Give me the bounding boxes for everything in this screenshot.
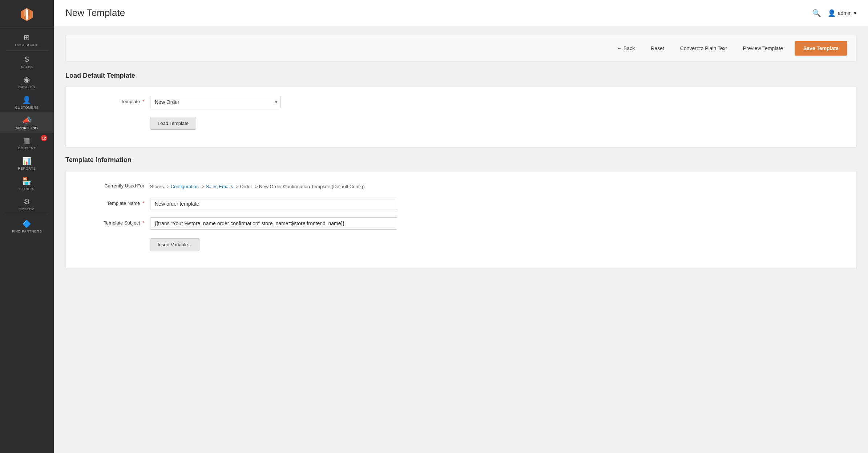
insert-variable-row: Insert Variable... [77,237,844,251]
sidebar-item-find-partners[interactable]: 🔷 Find Partners [0,216,54,236]
user-menu[interactable]: 👤 admin ▾ [828,9,856,17]
sidebar-item-content[interactable]: 12 ▦ Content [0,133,54,153]
find-partners-icon: 🔷 [22,219,32,228]
content-icon: ▦ [23,136,31,145]
template-name-row: Template Name * [77,198,844,210]
insert-variable-label-spacer [77,237,150,240]
required-indicator: * [142,220,144,226]
sidebar-item-label: Stores [19,187,35,191]
required-indicator: * [142,99,144,104]
load-template-button[interactable]: Load Template [150,117,196,130]
main-content: New Template 🔍 👤 admin ▾ ← Back Reset Co… [54,0,868,453]
template-subject-input[interactable] [150,217,397,230]
sales-emails-link[interactable]: Sales Emails [206,184,233,189]
template-subject-label: Template Subject * [77,217,150,226]
sidebar-divider-bottom [5,215,48,215]
action-bar: ← Back Reset Convert to Plain Text Previ… [65,35,856,62]
content-body: ← Back Reset Convert to Plain Text Previ… [54,26,868,453]
search-icon[interactable]: 🔍 [812,9,821,17]
configuration-link[interactable]: Configuration [171,184,199,189]
load-default-template-title: Load Default Template [65,72,856,80]
required-indicator: * [142,201,144,206]
convert-to-plain-text-button[interactable]: Convert to Plain Text [676,43,731,54]
load-default-template-form: Template * New Order New Order for Guest… [65,87,856,147]
load-template-label-spacer [77,116,150,118]
sidebar-item-system[interactable]: ⚙ System [0,194,54,214]
currently-used-for-value: Stores -> Configuration -> Sales Emails … [150,180,397,190]
load-template-row: Load Template [77,116,844,130]
logo [0,0,54,28]
template-select-wrapper: New Order New Order for Guest Order Upda… [150,96,281,108]
template-name-label: Template Name * [77,198,150,206]
sidebar-item-label: System [19,207,35,211]
sidebar-item-catalog[interactable]: ◉ Catalog [0,72,54,92]
sidebar-item-marketing[interactable]: 📣 Marketing [0,112,54,133]
template-select[interactable]: New Order New Order for Guest Order Upda… [150,96,281,108]
template-information-section: Template Information Currently Used For … [65,156,856,269]
template-information-title: Template Information [65,156,856,164]
used-for-text: Stores -> Configuration -> Sales Emails … [150,180,375,190]
page-title: New Template [65,7,125,19]
sidebar-item-label: Reports [18,166,36,170]
sidebar-item-customers[interactable]: 👤 Customers [0,92,54,112]
sidebar-item-label: Content [18,146,36,150]
template-name-control [150,198,397,210]
preview-template-button[interactable]: Preview Template [739,43,787,54]
template-select-row: Template * New Order New Order for Guest… [77,96,844,108]
catalog-icon: ◉ [24,75,30,84]
currently-used-for-row: Currently Used For Stores -> Configurati… [77,180,844,190]
template-select-control: New Order New Order for Guest Order Upda… [150,96,397,108]
sidebar-item-reports[interactable]: 📊 Reports [0,153,54,173]
stores-icon: 🏪 [22,177,32,186]
load-template-control: Load Template [150,116,397,130]
template-select-label: Template * [77,96,150,104]
sidebar-divider [5,50,48,51]
chevron-down-icon: ▾ [854,10,856,16]
dashboard-icon: ⊞ [24,33,30,42]
template-name-input[interactable] [150,198,397,210]
content-badge: 12 [41,135,47,141]
sidebar-item-label: Marketing [16,126,38,130]
reports-icon: 📊 [22,157,32,165]
customers-icon: 👤 [22,96,32,104]
save-template-button[interactable]: Save Template [795,41,847,56]
sidebar-item-sales[interactable]: $ Sales [0,52,54,72]
user-avatar-icon: 👤 [828,9,836,17]
username-label: admin [838,10,852,16]
currently-used-for-label: Currently Used For [77,180,150,189]
sidebar: ⊞ Dashboard $ Sales ◉ Catalog 👤 Customer… [0,0,54,453]
top-header: New Template 🔍 👤 admin ▾ [54,0,868,26]
sidebar-item-label: Customers [15,105,39,109]
sidebar-item-label: Find Partners [12,229,42,233]
template-subject-control [150,217,397,230]
sales-icon: $ [25,55,29,64]
system-icon: ⚙ [24,197,31,206]
insert-variable-button[interactable]: Insert Variable... [150,238,199,251]
header-actions: 🔍 👤 admin ▾ [812,9,856,17]
svg-rect-3 [26,9,28,20]
sidebar-item-stores[interactable]: 🏪 Stores [0,173,54,194]
insert-variable-control: Insert Variable... [150,237,397,251]
reset-button[interactable]: Reset [646,43,669,54]
template-information-form: Currently Used For Stores -> Configurati… [65,171,856,269]
sidebar-item-dashboard[interactable]: ⊞ Dashboard [0,29,54,50]
back-button[interactable]: ← Back [613,43,639,54]
template-subject-row: Template Subject * [77,217,844,230]
sidebar-item-label: Sales [21,65,33,69]
load-default-template-section: Load Default Template Template * New Ord… [65,72,856,147]
sidebar-item-label: Dashboard [15,43,39,47]
sidebar-item-label: Catalog [18,85,36,89]
marketing-icon: 📣 [22,116,32,125]
